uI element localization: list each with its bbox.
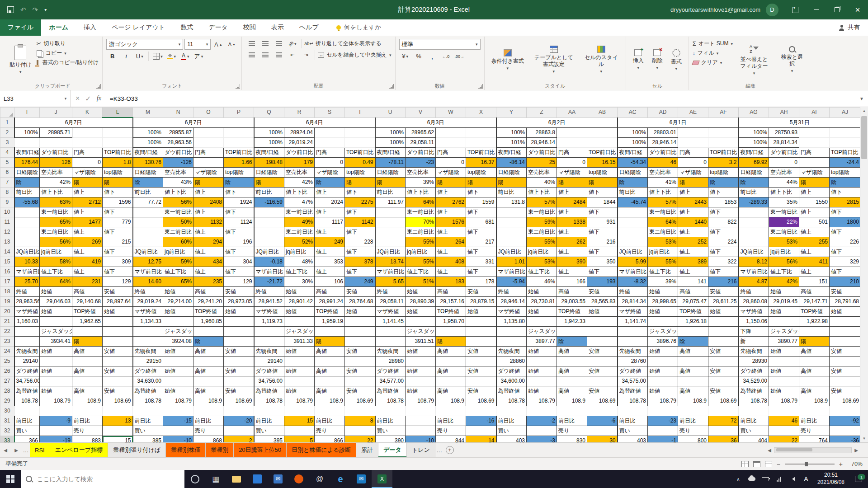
comma-format-button[interactable]: , — [426, 52, 439, 61]
sheet-tab-日別と株価による診断[interactable]: 日別と株価による診断 — [287, 443, 356, 457]
cell-AF7[interactable]: 陰 — [708, 178, 739, 188]
column-header-AB[interactable]: AB — [587, 108, 618, 118]
sheet-tab-20日騰落上位50[interactable]: 20日騰落上位50 — [234, 443, 287, 457]
cell-AD26[interactable]: 始値 — [648, 366, 678, 376]
cell-AC21[interactable]: 1,141.74 — [618, 317, 648, 327]
cell-I14[interactable]: JQ前日比 — [14, 247, 40, 257]
cell-Y4[interactable]: 夜間/日経 — [496, 148, 527, 158]
cell-M5[interactable]: 130.76 — [133, 158, 163, 168]
cell-AH10[interactable]: 東一前日比 — [769, 207, 799, 217]
cell-L9[interactable]: 1596 — [103, 197, 133, 207]
cell-U15[interactable]: 13.74 — [375, 257, 406, 267]
cell-X15[interactable]: 331 — [466, 257, 496, 267]
cell-AA10[interactable]: 値上 — [557, 207, 587, 217]
cell-I26[interactable]: ダウ終値 — [14, 366, 40, 376]
cell-M15[interactable]: 12.75 — [133, 257, 163, 267]
cell-S18[interactable]: 高値 — [315, 287, 345, 297]
cell-P25[interactable] — [224, 357, 254, 366]
cell-AJ23[interactable] — [830, 337, 861, 347]
cell-M30[interactable] — [133, 406, 163, 416]
font-dialog-launcher-icon[interactable] — [236, 84, 240, 89]
cell-O29[interactable]: 108.9 — [193, 396, 224, 406]
cell-K28[interactable]: 高値 — [72, 386, 103, 396]
cell-W9[interactable]: 2762 — [436, 197, 466, 207]
row-header-17[interactable]: 17 — [0, 277, 14, 287]
bold-button[interactable]: B — [106, 52, 118, 61]
cell-N4[interactable]: ダウ前日比 — [163, 148, 193, 158]
cell-K25[interactable] — [72, 357, 103, 366]
cell-AG21[interactable]: 1,150.06 — [739, 317, 769, 327]
cell-Q21[interactable]: 1,119.73 — [254, 317, 284, 327]
cell-R33[interactable]: 5 — [284, 436, 315, 443]
cell-X3[interactable] — [466, 138, 496, 148]
cell-M33[interactable]: 385 — [133, 436, 163, 443]
cell-L30[interactable] — [103, 406, 133, 416]
cell-AJ32[interactable] — [830, 426, 861, 436]
cell-M9[interactable]: 77.72 — [133, 197, 163, 207]
cell-O5[interactable] — [193, 158, 224, 168]
name-box-dropdown-icon[interactable]: ▾ — [61, 90, 71, 107]
cell-AD8[interactable]: 値上下比 — [648, 188, 678, 197]
ribbon-tab-file[interactable]: ファイル — [0, 19, 41, 36]
cell-N26[interactable]: 始値 — [163, 366, 193, 376]
cell-Q30[interactable] — [254, 406, 284, 416]
cell-AJ3[interactable] — [830, 138, 861, 148]
cell-M21[interactable]: 1,134.33 — [133, 317, 163, 327]
cell-T33[interactable]: 22 — [345, 436, 375, 443]
cell-AJ4[interactable]: TOP前日比 — [830, 148, 861, 158]
cell-AF28[interactable]: 安値 — [708, 386, 739, 396]
cell-V27[interactable] — [406, 376, 436, 386]
cell-L17[interactable]: 129 — [103, 277, 133, 287]
number-dialog-launcher-icon[interactable] — [478, 84, 483, 89]
cell-L2[interactable] — [103, 128, 133, 138]
cell-O7[interactable]: 陽 — [193, 178, 224, 188]
cell-AC26[interactable]: ダウ終値 — [618, 366, 648, 376]
at-mark-icon[interactable]: @ — [309, 470, 330, 488]
zoom-slider[interactable] — [785, 464, 835, 465]
cell-U22[interactable] — [375, 327, 406, 337]
cell-V16[interactable]: 値上下比 — [406, 267, 436, 277]
cell-V17[interactable]: 51% — [406, 277, 436, 287]
cell-I28[interactable]: 為替終値 — [14, 386, 40, 396]
decrease-indent-button[interactable]: ⇤ — [286, 50, 298, 60]
cell-AF14[interactable]: 値下 — [708, 247, 739, 257]
cell-W15[interactable]: 408 — [436, 257, 466, 267]
cell-Y18[interactable]: 終値 — [496, 287, 527, 297]
cell-R11[interactable]: 49% — [284, 217, 315, 227]
cell-X6[interactable]: top陽陰 — [466, 168, 496, 178]
cell-J21[interactable] — [40, 317, 72, 327]
column-header-U[interactable]: U — [375, 108, 406, 118]
row-header-12[interactable]: 12 — [0, 227, 14, 237]
cell-Z19[interactable]: 28,730.81 — [527, 297, 557, 307]
cell-W32[interactable]: 売り — [436, 426, 466, 436]
cell-AJ2[interactable] — [830, 128, 861, 138]
row-header-27[interactable]: 27 — [0, 376, 14, 386]
column-header-Y[interactable]: Y — [496, 108, 527, 118]
cell-L18[interactable]: 安値 — [103, 287, 133, 297]
cell-AI21[interactable]: 1,922.98 — [799, 317, 830, 327]
cell-J33[interactable]: -19 — [40, 436, 72, 443]
cell-W30[interactable] — [436, 406, 466, 416]
cell-AH16[interactable]: 値上下比 — [769, 267, 799, 277]
cell-L20[interactable]: 始値 — [103, 307, 133, 317]
cell-T30[interactable] — [345, 406, 375, 416]
cell-AA21[interactable]: 1,942.33 — [557, 317, 587, 327]
cell-O30[interactable] — [193, 406, 224, 416]
ribbon-tab-formulas[interactable]: 数式 — [173, 19, 201, 36]
cell-AB21[interactable] — [587, 317, 618, 327]
cell-X17[interactable]: 178 — [466, 277, 496, 287]
cell-T4[interactable]: TOP前日比 — [345, 148, 375, 158]
cell-AE16[interactable]: 値上 — [678, 267, 708, 277]
cell-AD5[interactable]: 46 — [648, 158, 678, 168]
cell-AE32[interactable]: 売り — [678, 426, 708, 436]
cell-Y5[interactable]: -86.14 — [496, 158, 527, 168]
cell-R7[interactable]: 42% — [284, 178, 315, 188]
cell-P19[interactable]: 28,973.05 — [224, 297, 254, 307]
row-header-18[interactable]: 18 — [0, 287, 14, 297]
cell-L4[interactable]: TOP前日比 — [103, 148, 133, 158]
cell-J30[interactable] — [40, 406, 72, 416]
cell-Y22[interactable] — [496, 327, 527, 337]
cell-X4[interactable]: TOP前日比 — [466, 148, 496, 158]
cell-X8[interactable]: 値下 — [466, 188, 496, 197]
cell-Z31[interactable]: -2 — [527, 416, 557, 426]
